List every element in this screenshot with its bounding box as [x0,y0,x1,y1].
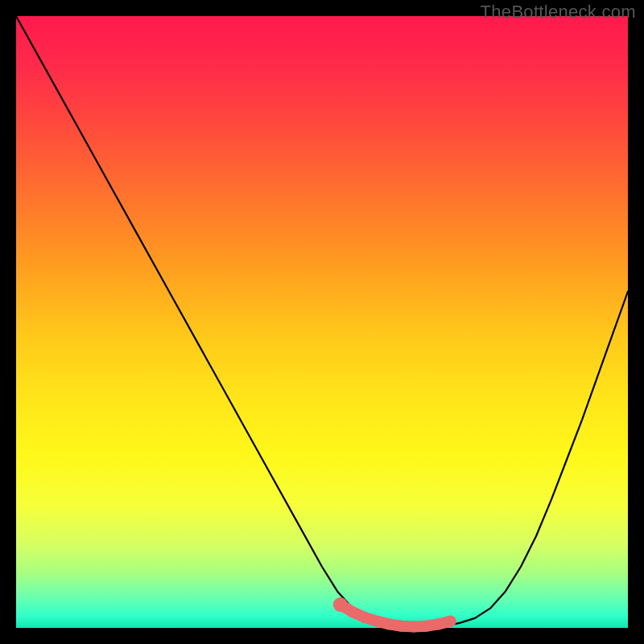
highlight-marker [408,621,419,632]
chart-frame: TheBottleneck.com [0,0,644,644]
highlight-marker [396,621,407,632]
highlight-marker [371,616,382,627]
chart-svg [16,16,628,628]
bottleneck-curve [16,16,628,627]
watermark-label: TheBottleneck.com [481,2,636,23]
highlight-marker [333,597,348,612]
highlight-marker [445,616,456,627]
highlight-marker [359,612,370,623]
highlight-marker [432,618,444,630]
highlight-markers [333,597,456,632]
highlight-marker [347,606,358,617]
gradient-plot-area [16,16,628,628]
highlight-marker [420,621,431,632]
highlight-marker [384,618,395,630]
